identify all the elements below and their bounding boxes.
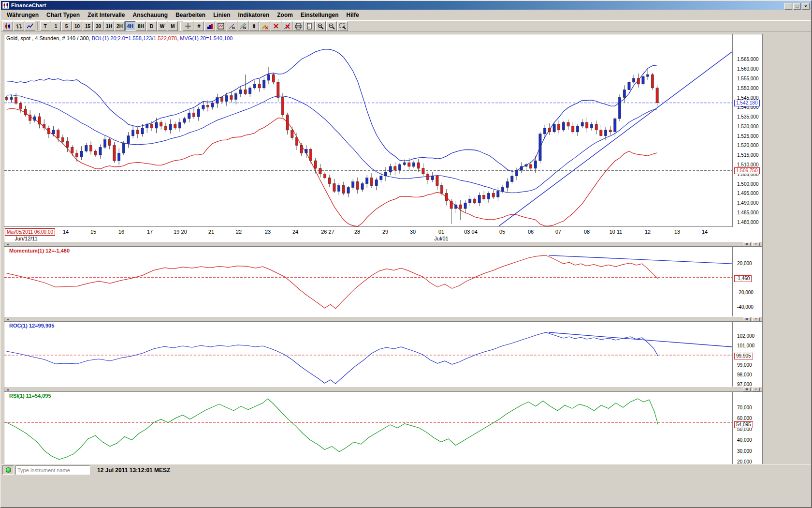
date-axis-label: 22 (229, 229, 248, 235)
chart-start-time-box: Mai/05/2011 06:00:00 (5, 228, 55, 236)
erase-object-tool-icon (261, 23, 268, 30)
interval-5-button[interactable]: 5 (61, 21, 72, 31)
menu-w-hrungen[interactable]: Währungen (3, 10, 43, 20)
collapse-arrow-icon[interactable]: ▲ (6, 317, 10, 321)
price-axis-label: 1.485,000 (737, 210, 759, 215)
print-button[interactable] (293, 21, 304, 31)
indicator-panel-tool-button[interactable] (216, 21, 226, 31)
print-preview-button[interactable] (304, 21, 315, 31)
interval-w-button[interactable]: W (157, 21, 167, 31)
crosshair-tool-button[interactable] (183, 21, 193, 31)
indicator-axis-label: 60,000 (737, 416, 752, 421)
print-preview-icon (306, 23, 313, 30)
interval-8h-button[interactable]: 8H (136, 21, 146, 31)
rsi-plot[interactable] (4, 392, 733, 466)
chart-title-segment: Gold, spot , 4 Stunden, # 140 / 300, (6, 35, 92, 41)
momentum-plot[interactable] (4, 247, 733, 316)
interval-t-button[interactable]: T (40, 21, 50, 31)
indicator-panel-rsi: RSI(1) 11=54,09570,00060,00050,00040,000… (4, 392, 762, 466)
line-chart-button[interactable] (25, 21, 35, 31)
minimize-button[interactable]: _ (784, 3, 792, 10)
date-axis-label: 26 27 (318, 229, 337, 235)
panel-settings-button[interactable]: ▦ (743, 242, 751, 246)
collapse-arrow-icon[interactable]: ▲ (6, 388, 10, 391)
chart-title-segment: BOL(1) 20;2.0=1.558,123/ (92, 35, 154, 41)
indicator-panel-momentum: Momentum(1) 12=-1,46020,000-20,000-40,00… (4, 247, 762, 316)
clock-text: 12 Jul 2011 13:12:01 MESZ (97, 467, 170, 474)
menu-indikatoren[interactable]: Indikatoren (234, 10, 274, 20)
candlestick-chart-button[interactable] (2, 21, 13, 31)
date-axis-sublabel: Jun/12/11 (12, 236, 41, 241)
panel-divider-1: ▲▦× (4, 241, 762, 247)
date-axis-label: 29 (376, 229, 395, 235)
interval-1-button[interactable]: 1 (51, 21, 61, 31)
roc-plot[interactable] (4, 322, 733, 387)
zoom-box-button[interactable] (337, 21, 348, 31)
main-chart-plot[interactable] (4, 34, 733, 227)
menu-anschauung[interactable]: Anschauung (129, 10, 172, 20)
chart-workspace: Gold, spot , 4 Stunden, # 140 / 300, BOL… (4, 34, 763, 464)
expand-scale-tool-button[interactable]: ⇕ (249, 21, 259, 31)
instrument-search-input[interactable] (16, 466, 89, 474)
panel-close-button[interactable]: × (752, 317, 760, 321)
menu-einstellungen[interactable]: Einstellungen (297, 10, 343, 20)
indicator-axis-label: 98,000 (737, 372, 752, 377)
menu-linien[interactable]: Linien (209, 10, 234, 20)
title-bar: FinanceChart _□× (1, 1, 811, 10)
connection-status-icon (6, 467, 11, 473)
trendline-tool-button[interactable]: N (227, 21, 237, 31)
ohlc-bar-chart-button[interactable] (14, 21, 24, 31)
menu-zeit-intervalle[interactable]: Zeit Intervalle (84, 10, 129, 20)
indicator-panel-roc: ROC(1) 12=99,905102,000101,00099,00098,0… (4, 322, 762, 387)
regression-line-tool-button[interactable]: N (238, 21, 248, 31)
delete-object-tool-button[interactable] (271, 21, 281, 31)
interval-10-button[interactable]: 10 (72, 21, 82, 31)
date-axis-label: 06 (521, 229, 540, 235)
volume-panel-tool-button[interactable] (204, 21, 215, 31)
interval-1h-button[interactable]: 1H (104, 21, 114, 31)
menu-chart-typen[interactable]: Chart Typen (43, 10, 84, 20)
delete-all-objects-tool-button[interactable] (282, 21, 292, 31)
interval-d-button[interactable]: D (146, 21, 157, 31)
price-axis-label: 1.510,000 (737, 162, 759, 167)
zoom-out-icon (328, 23, 335, 30)
menu-bearbeiten[interactable]: Bearbeiten (172, 10, 209, 20)
indicator-panel-tool-icon (218, 23, 224, 30)
date-axis-label: 10 11 (606, 229, 625, 235)
indicator-axis-label: 99,000 (737, 362, 752, 368)
app-icon (2, 2, 9, 9)
interval-2h-button[interactable]: 2H (115, 21, 125, 31)
indicator-axis-label: 20,000 (737, 261, 752, 266)
indicator-axis-label: -40,000 (737, 304, 754, 310)
collapse-arrow-icon[interactable]: ▲ (6, 242, 10, 246)
status-clock: 12 Jul 2011 13:12:01 MESZ (91, 465, 176, 475)
maximize-button[interactable]: □ (793, 3, 801, 10)
date-axis-label: 03 04 (461, 229, 480, 235)
interval-4h-button[interactable]: 4H (125, 21, 135, 31)
panel-close-button[interactable]: × (752, 242, 760, 246)
date-axis-label: 17 (140, 229, 160, 235)
interval-30-button[interactable]: 30 (93, 21, 103, 31)
zoom-out-button[interactable] (326, 21, 337, 31)
panel-settings-button[interactable]: ▦ (743, 388, 751, 391)
price-axis-label: 1.555,000 (737, 76, 759, 81)
price-axis-label: 1.490,000 (737, 200, 759, 206)
main-chart-panel: Gold, spot , 4 Stunden, # 140 / 300, BOL… (4, 34, 762, 241)
menu-zoom[interactable]: Zoom (273, 10, 297, 20)
menu-hilfe[interactable]: Hilfe (343, 10, 363, 20)
indicator-axis-label: -20,000 (737, 290, 754, 295)
volume-panel-tool-icon (206, 23, 213, 30)
close-button[interactable]: × (802, 3, 810, 10)
zoom-in-button[interactable] (315, 21, 326, 31)
indicator-axis-label: 70,000 (737, 405, 752, 410)
interval-m-button[interactable]: M (168, 21, 178, 31)
erase-object-tool-button[interactable] (260, 21, 270, 31)
interval-15-button[interactable]: 15 (83, 21, 93, 31)
panel-settings-button[interactable]: ▦ (743, 317, 751, 321)
date-axis-label: 01 (432, 229, 451, 235)
price-axis-label: 1.515,000 (737, 152, 759, 158)
panel-close-button[interactable]: × (752, 388, 760, 391)
crosshair-tool-icon (185, 23, 191, 30)
expand-scale-tool-icon: ⇕ (252, 23, 256, 30)
grid-tool-button[interactable]: # (194, 21, 204, 31)
